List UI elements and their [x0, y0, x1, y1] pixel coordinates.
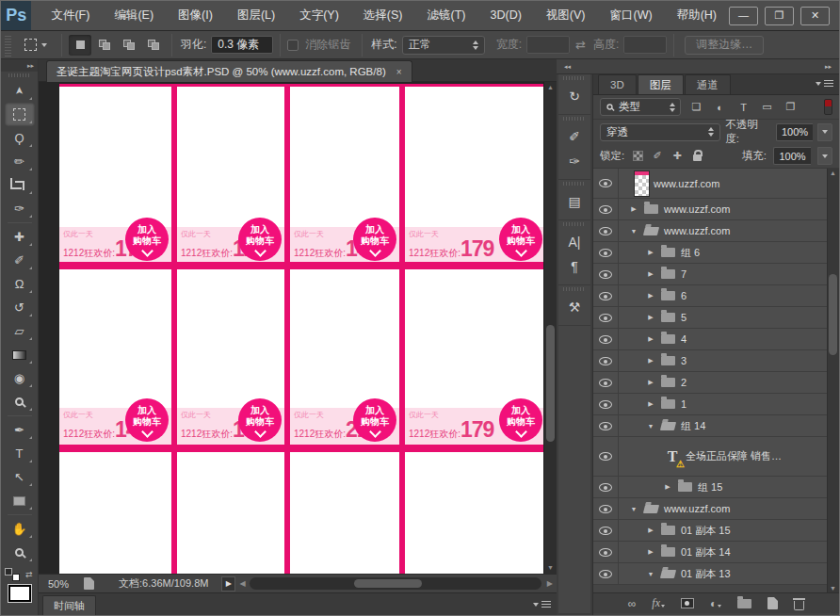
add-layer-mask-icon[interactable] [681, 598, 694, 608]
layer-visibility-toggle[interactable] [593, 220, 619, 241]
clone-source-panel-icon[interactable]: ▤ [562, 191, 587, 212]
product-cell[interactable]: 仅此一天1212狂欢价:218加入购物车 [290, 408, 399, 445]
tools-panel-expand[interactable]: ▸▸ [1, 59, 38, 72]
scroll-down-icon[interactable]: ▼ [829, 585, 837, 592]
panel-menu-icon[interactable] [816, 80, 833, 87]
height-input[interactable] [623, 36, 667, 54]
type-tool[interactable]: T [5, 442, 35, 465]
options-grip[interactable] [5, 34, 11, 57]
brush-presets-panel-icon[interactable]: ✑ [562, 151, 587, 171]
menu-滤镜(T)[interactable]: 滤镜(T) [415, 1, 478, 30]
brush-tool[interactable]: ✐ [5, 249, 35, 272]
layer-visibility-toggle[interactable] [593, 329, 619, 349]
menu-文件(F)[interactable]: 文件(F) [39, 1, 102, 30]
hand-tool[interactable]: ✋ [5, 517, 35, 541]
opacity-value[interactable]: 100% [776, 123, 813, 141]
add-to-cart-button[interactable]: 加入购物车 [125, 218, 169, 261]
expand-caret-icon[interactable]: ▶ [646, 270, 655, 278]
layer-row[interactable]: ▶4 [593, 329, 839, 350]
rectangular-marquee-tool[interactable] [5, 103, 35, 126]
timeline-tab[interactable]: 时间轴 [42, 595, 96, 616]
menu-3D(D)[interactable]: 3D(D) [478, 1, 534, 30]
layer-list-scrollbar-thumb[interactable] [829, 274, 837, 355]
layer-row[interactable]: ▶组 15 [593, 477, 839, 498]
menu-窗口(W)[interactable]: 窗口(W) [598, 1, 665, 30]
layer-visibility-toggle[interactable] [593, 199, 619, 219]
delete-layer-icon[interactable] [794, 597, 804, 610]
layer-row[interactable]: ▼组 14 [593, 415, 839, 437]
scroll-down-icon[interactable]: ▼ [544, 562, 557, 574]
document-tab[interactable]: 圣诞主题淘宝网页设计psd素材.PSD @ 50% (www.uzzf.com,… [46, 60, 412, 82]
horizontal-scrollbar-thumb[interactable] [354, 579, 421, 588]
history-brush-tool[interactable]: ↺ [5, 296, 35, 319]
layer-row[interactable]: ▶01 副本 14 [593, 542, 839, 563]
product-cell[interactable]: 仅此一天1212狂欢价:129加入购物车 [177, 227, 284, 262]
collapse-caret-icon[interactable]: ▼ [629, 228, 638, 235]
new-selection-button[interactable] [69, 35, 91, 56]
dodge-tool[interactable] [5, 390, 35, 413]
menu-帮助(H)[interactable]: 帮助(H) [665, 1, 729, 30]
blend-mode-select[interactable]: 穿透 [600, 123, 720, 141]
quick-selection-tool[interactable]: ✏ [5, 150, 35, 173]
layer-visibility-toggle[interactable] [593, 350, 619, 371]
layer-row[interactable]: ▼www.uzzf.com [593, 498, 839, 520]
layer-visibility-toggle[interactable] [593, 498, 619, 519]
filter-type-layers-icon[interactable]: T [735, 99, 751, 115]
lock-all-icon[interactable] [690, 150, 703, 163]
layer-row[interactable]: ▶5 [593, 307, 839, 329]
collapse-caret-icon[interactable]: ▼ [646, 571, 655, 577]
brush-panel-icon[interactable]: ✐ [562, 126, 587, 147]
layer-row[interactable]: ▶组 6 [593, 242, 839, 264]
tools-panel-grip[interactable] [8, 73, 31, 77]
menu-图层(L)[interactable]: 图层(L) [225, 1, 287, 30]
eraser-tool[interactable]: ▱ [5, 319, 35, 343]
layer-visibility-toggle[interactable] [593, 285, 619, 306]
scroll-right-icon[interactable]: ▶ [543, 579, 557, 588]
scroll-left-icon[interactable]: ◀ [235, 579, 249, 588]
add-to-cart-button[interactable]: 加入购物车 [353, 398, 396, 442]
add-to-cart-button[interactable]: 加入购物车 [499, 218, 542, 261]
layer-visibility-toggle[interactable] [593, 394, 619, 414]
expand-caret-icon[interactable]: ▶ [646, 400, 655, 408]
layer-visibility-toggle[interactable] [593, 415, 619, 436]
tab-通道[interactable]: 通道 [685, 74, 731, 94]
eyedropper-tool[interactable]: ✑ [5, 197, 35, 220]
panel-group-grip[interactable] [563, 182, 586, 186]
lock-pixels-icon[interactable]: ✐ [651, 150, 664, 163]
layer-visibility-toggle[interactable] [593, 520, 619, 541]
layer-visibility-toggle[interactable] [593, 542, 619, 562]
minimize-button[interactable]: — [729, 7, 758, 25]
gradient-tool[interactable] [5, 343, 35, 366]
rectangle-tool[interactable] [5, 489, 35, 512]
layer-row[interactable]: ▶01 副本 15 [593, 520, 839, 542]
swap-dimensions-icon[interactable]: ⇄ [575, 38, 586, 52]
layer-row[interactable]: ▶6 [593, 285, 839, 307]
vertical-scrollbar-thumb[interactable] [546, 325, 555, 442]
layer-visibility-toggle[interactable] [593, 264, 619, 284]
filter-kind-select[interactable]: 类型 [600, 98, 681, 116]
lasso-tool[interactable]: Ϙ [5, 126, 35, 150]
adjustment-layer-icon[interactable]: ◐ [710, 597, 721, 610]
layer-row[interactable]: www.uzzf.com [593, 169, 839, 199]
tool-presets-panel-icon[interactable]: ⚒ [562, 297, 587, 317]
link-layers-icon[interactable]: ∞ [628, 597, 637, 610]
filter-shape-layers-icon[interactable]: ▭ [759, 99, 775, 115]
move-tool[interactable]: ➤ [5, 79, 35, 103]
menu-图像(I)[interactable]: 图像(I) [166, 1, 225, 30]
layer-visibility-toggle[interactable] [593, 307, 619, 328]
style-select[interactable]: 正常 [402, 36, 485, 55]
layer-thumbnail[interactable] [634, 170, 650, 197]
opacity-dropdown-button[interactable] [817, 123, 832, 141]
status-page-icon[interactable] [84, 577, 94, 590]
filter-pixel-layers-icon[interactable]: ❏ [688, 99, 704, 115]
add-to-cart-button[interactable]: 加入购物车 [125, 398, 169, 442]
menu-选择(S)[interactable]: 选择(S) [351, 1, 415, 30]
layer-row[interactable]: T⚠全场正品保障 销售… [593, 437, 839, 477]
layer-row[interactable]: ▶1 [593, 394, 839, 415]
layer-visibility-toggle[interactable] [593, 437, 619, 476]
layer-row[interactable]: ▶3 [593, 350, 839, 372]
zoom-tool[interactable] [5, 541, 35, 564]
expand-caret-icon[interactable]: ▶ [646, 249, 655, 256]
layer-visibility-toggle[interactable] [593, 242, 619, 263]
expand-caret-icon[interactable]: ▶ [646, 527, 655, 534]
